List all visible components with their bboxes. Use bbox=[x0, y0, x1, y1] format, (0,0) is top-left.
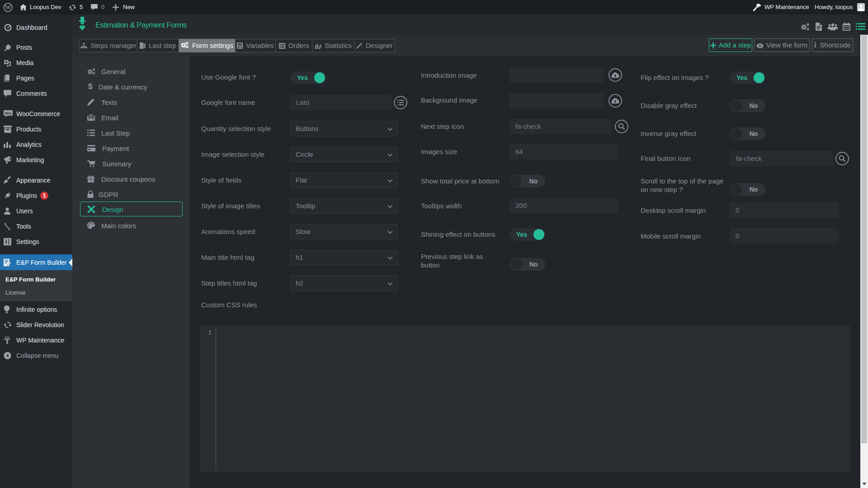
svg-text:W: W bbox=[5, 4, 11, 11]
svg-text:Woo: Woo bbox=[5, 112, 11, 115]
